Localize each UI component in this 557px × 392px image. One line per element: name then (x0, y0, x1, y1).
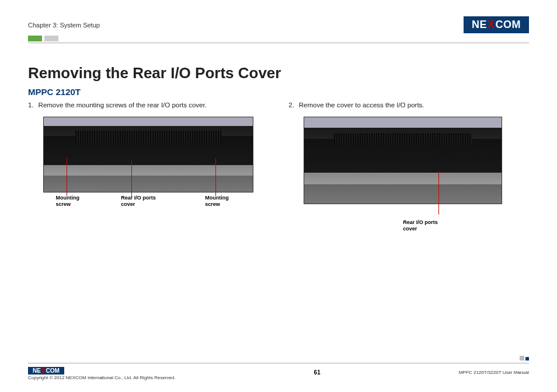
pointer-line-icon (67, 158, 67, 196)
step-1-number: 1. (28, 102, 34, 108)
green-block-icon (28, 36, 42, 41)
step-2-labels: Rear I/O ports cover (304, 206, 502, 224)
step-1-label-center: Rear I/O ports cover (121, 195, 156, 208)
step-1-figure: Mounting screw Rear I/O ports cover Moun… (43, 117, 253, 212)
step-1-image (43, 117, 253, 192)
step-1-text: 1. Remove the mounting screws of the rea… (28, 102, 269, 108)
header-rule (28, 43, 529, 43)
logo-x-icon: X (488, 19, 495, 31)
page-number: 61 (314, 369, 321, 376)
logo-post: COM (496, 19, 521, 31)
pointer-line-icon (131, 160, 132, 197)
steps-row: 1. Remove the mounting screws of the rea… (28, 102, 529, 224)
step-1-body: Remove the mounting screws of the rear I… (39, 102, 207, 108)
chapter-title: Chapter 3: System Setup (28, 22, 100, 29)
manual-name: MPPC 2120T/3220T User Manual (459, 370, 529, 375)
footer-logo-x-icon: X (41, 368, 46, 374)
step-2-column: 2. Remove the cover to access the I/O po… (288, 102, 529, 224)
footer-brand-logo: NEXCOM (28, 367, 64, 374)
footer-row: NEXCOM Copyright © 2012 NEXCOM Internati… (28, 365, 529, 380)
content-area: Removing the Rear I/O Ports Cover MPPC 2… (28, 64, 529, 224)
step-1-labels: Mounting screw Rear I/O ports cover Moun… (43, 195, 253, 212)
footer-rule (28, 363, 529, 363)
step-2-label-center: Rear I/O ports cover (403, 219, 438, 232)
copyright-text: Copyright © 2012 NEXCOM International Co… (28, 375, 176, 380)
step-1-column: 1. Remove the mounting screws of the rea… (28, 102, 269, 224)
step-1-label-right: Mounting screw (205, 195, 228, 208)
footer-logo-pre: NE (33, 368, 41, 374)
step-2-body: Remove the cover to access the I/O ports… (299, 102, 424, 108)
footer-logo-post: COM (46, 368, 60, 374)
blue-square-icon (525, 357, 529, 360)
page-header: Chapter 3: System Setup NEXCOM (28, 16, 529, 33)
step-1-label-left: Mounting screw (56, 195, 79, 208)
page-title: Removing the Rear I/O Ports Cover (28, 64, 529, 82)
step-2-text: 2. Remove the cover to access the I/O po… (288, 102, 529, 108)
header-accent-marks (28, 36, 529, 41)
step-2-figure: Rear I/O ports cover (304, 117, 502, 224)
step-2-number: 2. (288, 102, 294, 108)
pointer-line-icon (215, 158, 216, 196)
gray-square-icon (520, 356, 524, 360)
section-subtitle: MPPC 2120T (28, 87, 529, 97)
logo-box: NEXCOM (464, 16, 529, 33)
gray-block-icon (44, 36, 58, 41)
footer-accent-marks (518, 356, 529, 360)
footer-left: NEXCOM Copyright © 2012 NEXCOM Internati… (28, 365, 176, 380)
step-2-image (304, 117, 502, 204)
page-footer: NEXCOM Copyright © 2012 NEXCOM Internati… (28, 363, 529, 380)
logo-pre: NE (472, 19, 487, 31)
brand-logo: NEXCOM (464, 16, 529, 33)
